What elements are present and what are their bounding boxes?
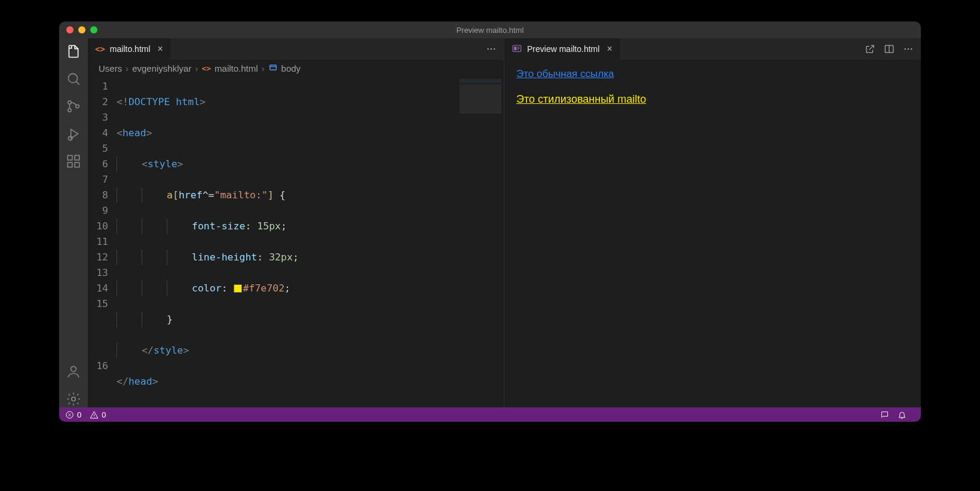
tab-actions-right — [858, 38, 921, 60]
svg-point-9 — [71, 366, 76, 372]
warning-count: 0 — [102, 410, 106, 419]
titlebar: Preview mailto.html — [59, 22, 921, 38]
minimap[interactable] — [460, 79, 501, 113]
svg-point-2 — [68, 109, 71, 112]
preview-link-mailto[interactable]: Это стилизованный mailto — [516, 93, 909, 106]
explorer-icon[interactable] — [65, 43, 82, 60]
editor-pane-preview: Preview mailto.html × — [504, 38, 921, 407]
tab-mailto[interactable]: <> mailto.html × — [88, 38, 171, 60]
minimize-window-button[interactable] — [78, 26, 85, 33]
breadcrumbs[interactable]: Users › evgeniyshklyar › <>mailto.html ›… — [88, 60, 504, 76]
svg-point-11 — [488, 48, 489, 50]
svg-rect-7 — [68, 162, 72, 167]
svg-point-20 — [911, 48, 912, 50]
html-file-icon: <> — [201, 64, 211, 73]
tab-actions-left — [479, 38, 504, 60]
svg-rect-16 — [514, 47, 517, 50]
extensions-icon[interactable] — [65, 153, 82, 170]
code-editor[interactable]: 1 2 3 4 5 6 7 8 9 10 11 12 13 14 — [88, 76, 504, 407]
zoom-window-button[interactable] — [90, 26, 97, 33]
breadcrumb-seg: Users — [99, 63, 122, 73]
status-warnings[interactable]: 0 — [90, 410, 106, 419]
run-debug-icon[interactable] — [65, 125, 82, 142]
close-tab-icon[interactable]: × — [158, 44, 163, 54]
svg-point-13 — [494, 48, 495, 50]
tab-label: Preview mailto.html — [527, 44, 599, 54]
svg-rect-15 — [513, 45, 521, 52]
breadcrumb-seg: body — [268, 63, 301, 74]
status-errors[interactable]: 0 — [65, 410, 81, 419]
vscode-window: Preview mailto.html — [59, 22, 921, 422]
close-tab-icon[interactable]: × — [607, 44, 612, 54]
search-icon[interactable] — [65, 70, 82, 87]
window-controls — [59, 26, 97, 33]
editor-group: <> mailto.html × Users › evgeniyshklyar … — [88, 38, 921, 407]
tab-bar-left: <> mailto.html × — [88, 38, 504, 60]
split-editor-icon[interactable] — [884, 44, 895, 54]
svg-rect-14 — [270, 65, 276, 70]
status-feedback-icon[interactable] — [880, 410, 889, 419]
symbol-icon — [268, 63, 278, 74]
code-content[interactable]: <!DOCTYPE html> <head> <style> a[href^="… — [117, 76, 504, 407]
chevron-right-icon: › — [125, 63, 128, 73]
html-file-icon: <> — [95, 44, 105, 54]
html-preview[interactable]: Это обычная ссылка Это стилизованный mai… — [504, 60, 921, 407]
tab-label: mailto.html — [110, 44, 151, 54]
svg-rect-8 — [75, 162, 79, 167]
svg-point-3 — [76, 105, 79, 108]
open-external-icon[interactable] — [865, 44, 875, 54]
svg-point-19 — [908, 48, 909, 50]
status-bar: 0 0 — [59, 407, 921, 422]
close-window-button[interactable] — [66, 26, 74, 33]
window-title: Preview mailto.html — [59, 26, 921, 35]
main-area: <> mailto.html × Users › evgeniyshklyar … — [59, 38, 921, 407]
error-count: 0 — [77, 410, 81, 419]
tab-preview[interactable]: Preview mailto.html × — [504, 38, 620, 60]
editor-pane-code: <> mailto.html × Users › evgeniyshklyar … — [88, 38, 504, 407]
svg-point-1 — [68, 101, 71, 104]
more-actions-icon[interactable] — [903, 44, 914, 54]
chevron-right-icon: › — [195, 63, 198, 73]
line-number-gutter: 1 2 3 4 5 6 7 8 9 10 11 12 13 14 — [88, 76, 117, 407]
svg-rect-5 — [68, 155, 72, 160]
svg-point-0 — [68, 73, 77, 82]
preview-icon — [512, 44, 522, 54]
color-swatch — [234, 284, 242, 293]
status-bell-icon[interactable] — [898, 410, 906, 419]
accounts-icon[interactable] — [65, 363, 82, 380]
text-cursor-indicator-icon — [491, 217, 504, 231]
tab-bar-right: Preview mailto.html × — [504, 38, 921, 60]
more-actions-icon[interactable] — [486, 44, 497, 54]
breadcrumb-seg: evgeniyshklyar — [132, 63, 191, 73]
activity-bar — [59, 38, 88, 407]
source-control-icon[interactable] — [65, 98, 82, 115]
svg-point-12 — [491, 48, 492, 50]
preview-link-normal[interactable]: Это обычная ссылка — [516, 68, 909, 80]
svg-point-10 — [72, 397, 76, 401]
svg-rect-6 — [75, 155, 79, 160]
breadcrumb-seg: <>mailto.html — [201, 63, 258, 73]
svg-point-18 — [905, 48, 906, 50]
settings-gear-icon[interactable] — [65, 391, 82, 407]
chevron-right-icon: › — [262, 63, 265, 73]
